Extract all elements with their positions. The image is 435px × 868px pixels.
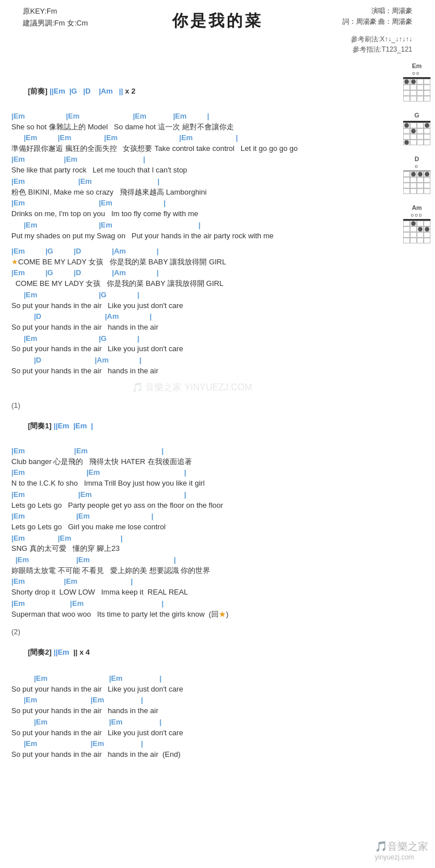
v2-chord-8: |Em |Em | — [11, 599, 373, 609]
v2-lyric-3: Lets go Lets go Party people get yo ass … — [11, 500, 373, 511]
outro-chord-2: |Em |Em | — [11, 696, 373, 705]
key-info: 原KEY:Fm 建議男調:Fm 女:Cm — [23, 6, 88, 30]
interlude1-chords: [間奏1] ||Em |Em | — [11, 412, 373, 441]
chorus-lyric-1: ★COME BE MY LADY 女孩 你是我的菜 BABY 讓我放得開 GIR… — [11, 256, 373, 268]
chord-diagram-am: Am o o o — [403, 204, 430, 243]
chorus-lyric-5: So put your hands in the air Like you ju… — [11, 343, 373, 355]
chord-diagram-d: D o — [403, 155, 430, 194]
chorus-chord-2: |Em |G |D |Am | — [11, 268, 373, 278]
verse1-section: |Em |Em |Em |Em | She so hot 像雜誌上的 Model… — [11, 112, 373, 241]
v2-lyric-7: Shorty drop it LOW LOW Imma keep it REAL… — [11, 587, 373, 598]
content: [前奏] ||Em |G |D |Am || x 2 |Em |Em |Em |… — [11, 77, 424, 760]
chord-diagram-em: Em o o — [403, 62, 430, 102]
outro-lyric-1: So put your hands in the air Like you ju… — [11, 684, 373, 695]
lyricist: 詞：周湯豪 曲：周湯豪 — [342, 16, 412, 27]
v2-chord-6: |Em |Em | — [11, 555, 373, 565]
interlude1-section: (1) [間奏1] ||Em |Em | — [11, 401, 373, 441]
v2-chord-1: |Em |Em | — [11, 446, 373, 456]
chord-1: |Em |Em |Em |Em | — [11, 112, 373, 121]
chord-5: |Em |Em | — [11, 199, 373, 208]
header: 原KEY:Fm 建議男調:Fm 女:Cm 你是我的菜 演唱：周湯豪 詞：周湯豪 … — [11, 6, 424, 32]
lyric-1: She so hot 像雜誌上的 Model So dame hot 這一次 絕… — [11, 121, 373, 133]
chorus-chord-5: |Em |G | — [11, 334, 373, 344]
finger-pattern: 參考指法:T123_121 — [351, 44, 412, 54]
chorus-chord-6: |D |Am | — [11, 356, 373, 365]
chord-4: |Em |Em | — [11, 177, 373, 187]
watermark-bottom: 🎵音樂之家 yinyuezj.com — [375, 840, 428, 861]
strum-info: 參考刷法:X↑↓_↓↑↓↑↓ 參考指法:T123_121 — [351, 34, 412, 54]
lyric-4: 粉色 BIKINI, Make me so crazy 飛得越來越高 Lambo… — [11, 187, 373, 198]
v2-lyric-1: Club banger 心是飛的 飛得太快 HATER 在我後面追著 — [11, 456, 373, 467]
strum-pattern: 參考刷法:X↑↓_↓↑↓↑↓ — [351, 34, 412, 44]
outro-section: |Em |Em | So put your hands in the air L… — [11, 674, 373, 760]
v2-lyric-8: Superman that woo woo Its time to party … — [11, 609, 373, 620]
outro-lyric-3: So put your hands in the air Like you ju… — [11, 727, 373, 739]
chorus-lyric-6: So put your hands in the air hands in th… — [11, 365, 373, 377]
lyric-6: Put my shades on put my Swag on Put your… — [11, 230, 373, 242]
interlude2-chords: [間奏2] ||Em || x 4 — [11, 638, 373, 667]
chorus-section: |Em |G |D |Am | ★COME BE MY LADY 女孩 你是我的… — [11, 247, 373, 376]
prelude-section: [前奏] ||Em |G |D |Am || x 2 — [11, 77, 373, 106]
v2-lyric-4: Lets go Lets go Girl you make me lose co… — [11, 521, 373, 533]
lyric-5: Drinks on me, I'm top on you Im too fly … — [11, 208, 373, 220]
v2-lyric-5: SNG 真的太可愛 懂的穿 腳上23 — [11, 543, 373, 554]
v2-chord-3: |Em |Em | — [11, 490, 373, 500]
chorus-chord-3: |Em |G | — [11, 290, 373, 300]
chord-6: |Em |Em | — [11, 221, 373, 230]
chorus-lyric-3: So put your hands in the air Like you ju… — [11, 300, 373, 311]
outro-lyric-4: So put your hands in the air hands in th… — [11, 749, 373, 760]
outro-chord-3: |Em |Em | — [11, 718, 373, 727]
chord-3: |Em |Em | — [11, 155, 373, 165]
lyric-3: She like that party rock Let me touch th… — [11, 165, 373, 176]
watermark-middle: 🎵 音樂之家 YINYUEZJ.COM — [11, 382, 373, 399]
outro-chord-1: |Em |Em | — [11, 674, 373, 684]
page: 原KEY:Fm 建議男調:Fm 女:Cm 你是我的菜 演唱：周湯豪 詞：周湯豪 … — [0, 0, 435, 868]
v2-chord-7: |Em |Em | — [11, 577, 373, 587]
verse2-section: |Em |Em | Club banger 心是飛的 飛得太快 HATER 在我… — [11, 446, 373, 620]
singer-info: 演唱：周湯豪 詞：周湯豪 曲：周湯豪 — [342, 6, 412, 27]
interlude1-number: (1) — [11, 401, 373, 410]
chord-2: |Em |Em |Em |Em | — [11, 133, 373, 143]
chorus-lyric-2: COME BE MY LADY 女孩 你是我的菜 BABY 讓我放得開 GIRL — [11, 278, 373, 289]
original-key: 原KEY:Fm — [23, 6, 88, 18]
outro-chord-4: |Em |Em | — [11, 739, 373, 749]
lyric-2: 準備好跟你邂逅 瘋狂的全面失控 女孩想要 Take control take c… — [11, 143, 373, 154]
chord-diagram-g: G — [403, 112, 430, 145]
v2-lyric-6: 妳眼睛太放電 不可能 不看見 愛上妳的美 想要認識 你的世界 — [11, 565, 373, 576]
v2-chord-4: |Em |Em | — [11, 512, 373, 521]
v2-lyric-2: N to the I.C.K fo sho Imma Trill Boy jus… — [11, 478, 373, 489]
chorus-lyric-4: So put your hands in the air hands in th… — [11, 322, 373, 333]
v2-chord-5: |Em |Em | — [11, 534, 373, 543]
v2-chord-2: |Em |Em | — [11, 468, 373, 478]
interlude2-section: (2) [間奏2] ||Em || x 4 — [11, 627, 373, 667]
chord-diagrams: Em o o — [403, 62, 430, 243]
singer: 演唱：周湯豪 — [342, 6, 412, 16]
prelude-chords: [前奏] ||Em |G |D |Am || x 2 — [11, 77, 373, 106]
chorus-chord-4: |D |Am | — [11, 312, 373, 322]
recommended-key: 建議男調:Fm 女:Cm — [23, 18, 88, 30]
interlude2-number: (2) — [11, 627, 373, 636]
outro-lyric-2: So put your hands in the air hands in th… — [11, 705, 373, 717]
chorus-chord-1: |Em |G |D |Am | — [11, 247, 373, 256]
